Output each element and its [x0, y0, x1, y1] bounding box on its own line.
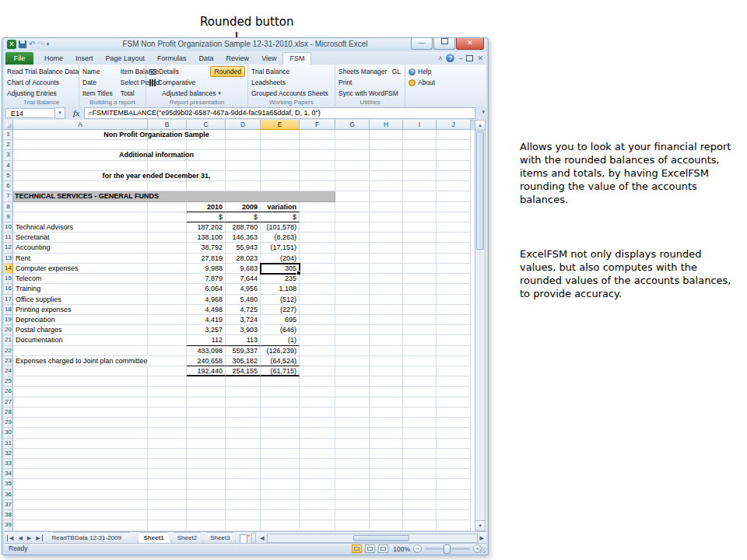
grid-cell[interactable]: [335, 366, 370, 376]
grid-cell[interactable]: [261, 500, 300, 510]
grid-cell[interactable]: 305,182: [226, 356, 261, 366]
grid-cell[interactable]: [370, 284, 403, 294]
grid-cell[interactable]: [370, 387, 403, 397]
grid-cell[interactable]: Postal charges: [13, 325, 148, 335]
grid-cell[interactable]: [300, 212, 335, 222]
grid-cell[interactable]: [370, 171, 403, 181]
grid-cell[interactable]: [261, 439, 300, 449]
row-header-26[interactable]: 26: [4, 387, 13, 397]
grid-cell[interactable]: [261, 479, 300, 489]
minimize-button[interactable]: —: [411, 38, 433, 50]
grid-cell[interactable]: [335, 243, 370, 253]
grid-cell[interactable]: [403, 335, 437, 345]
grid-cell[interactable]: [300, 202, 335, 212]
grid-cell[interactable]: [13, 202, 148, 212]
grid-cell[interactable]: [148, 335, 187, 345]
resize-grip[interactable]: [479, 547, 486, 553]
grid-cell[interactable]: [335, 469, 370, 479]
grid-cell[interactable]: [187, 397, 226, 408]
row-header-13[interactable]: 13: [4, 254, 13, 264]
grid-cell[interactable]: [300, 366, 335, 376]
grid-cell[interactable]: Computer expenses: [13, 264, 148, 274]
grid-cell[interactable]: [335, 376, 370, 387]
grid-cell[interactable]: [187, 510, 226, 520]
row-header-25[interactable]: 25: [4, 376, 13, 387]
grid-cell[interactable]: [403, 325, 437, 335]
leadsheets-button[interactable]: Leadsheets: [251, 77, 335, 88]
grid-cell[interactable]: [148, 428, 187, 438]
grid-cell[interactable]: [187, 408, 226, 418]
grid-cell[interactable]: 113: [226, 335, 261, 345]
name-button[interactable]: Name: [82, 66, 113, 77]
grid-cell[interactable]: [437, 490, 471, 500]
grid-cell[interactable]: [335, 181, 370, 191]
grid-cell[interactable]: [148, 181, 187, 191]
grid-cell[interactable]: [370, 500, 403, 510]
grid-cell[interactable]: 3,724: [226, 315, 261, 325]
grid-cell[interactable]: [370, 449, 403, 459]
grid-cell[interactable]: [437, 397, 471, 408]
grid-cell[interactable]: [13, 346, 148, 356]
sheet-tab-sheet2[interactable]: Sheet2: [171, 532, 203, 544]
grid-cell[interactable]: [370, 366, 403, 376]
grid-cell[interactable]: [437, 469, 471, 479]
grid-cell[interactable]: [335, 191, 370, 201]
grid-cell[interactable]: [335, 305, 370, 315]
grid-cell[interactable]: [226, 490, 261, 500]
grid-cell[interactable]: [370, 191, 403, 201]
grid-cell[interactable]: [148, 233, 187, 243]
row-header-33[interactable]: 33: [4, 459, 13, 469]
grid-cell[interactable]: [148, 243, 187, 253]
grid-cell[interactable]: [148, 356, 187, 366]
grid-cell[interactable]: [370, 254, 403, 264]
grid-cell[interactable]: [148, 469, 187, 479]
row-header-38[interactable]: 38: [4, 510, 13, 520]
grid-cell[interactable]: 4,956: [226, 284, 261, 294]
grid-cell[interactable]: [370, 264, 403, 274]
grid-cell[interactable]: [370, 335, 403, 345]
grid-cell[interactable]: [300, 295, 335, 305]
grid-cell[interactable]: [403, 130, 437, 140]
grid-cell[interactable]: [187, 181, 226, 191]
grid-cell[interactable]: [437, 274, 471, 284]
grid-cell[interactable]: [335, 490, 370, 500]
grid-cell[interactable]: [300, 150, 335, 160]
column-header-J[interactable]: J: [437, 120, 471, 130]
grid-cell[interactable]: [403, 161, 437, 171]
column-header-F[interactable]: F: [300, 120, 335, 130]
grid-cell[interactable]: [300, 459, 335, 469]
grid-cell[interactable]: [403, 428, 437, 438]
grid-cell[interactable]: [148, 439, 187, 449]
horizontal-scroll-thumb[interactable]: [353, 535, 409, 541]
grid-cell[interactable]: (101,578): [261, 222, 300, 233]
grid-cell[interactable]: [300, 181, 335, 191]
grid-cell[interactable]: [148, 418, 187, 428]
grid-cell[interactable]: [226, 376, 261, 387]
grid-cell[interactable]: [226, 418, 261, 428]
grid-cell[interactable]: [370, 222, 403, 233]
grid-cell[interactable]: [187, 449, 226, 459]
row-header-15[interactable]: 15: [4, 274, 13, 284]
grid-cell[interactable]: [300, 490, 335, 500]
grid-cell[interactable]: [403, 408, 437, 418]
tab-page-layout[interactable]: Page Layout: [100, 52, 152, 65]
grid-cell[interactable]: Accounting: [13, 243, 148, 253]
tab-formulas[interactable]: Formulas: [151, 52, 193, 65]
grid-cell[interactable]: [148, 140, 187, 150]
grid-cell[interactable]: [13, 397, 148, 408]
grid-cell[interactable]: [300, 428, 335, 438]
grid-cell[interactable]: [437, 202, 471, 212]
grid-cell[interactable]: Documentation: [13, 335, 148, 345]
grid-cell[interactable]: (227): [261, 305, 300, 315]
grid-cell[interactable]: [187, 490, 226, 500]
grid-cell[interactable]: [335, 346, 370, 356]
grid-cell[interactable]: [300, 284, 335, 294]
grid-cell[interactable]: [437, 449, 471, 459]
grid-cell[interactable]: [437, 254, 471, 264]
grid-cell[interactable]: [148, 408, 187, 418]
grid-cell[interactable]: [300, 418, 335, 428]
row-header-12[interactable]: 12: [4, 243, 13, 253]
grid-cell[interactable]: [226, 510, 261, 520]
grid-cell[interactable]: [226, 181, 261, 191]
grid-cell[interactable]: 2010: [187, 202, 226, 212]
